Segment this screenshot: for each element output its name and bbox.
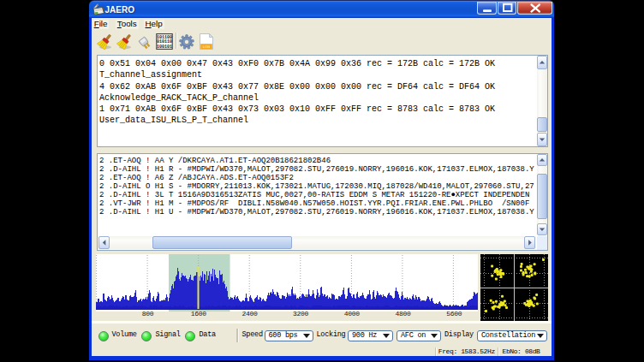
svg-text:100101: 100101	[157, 45, 172, 50]
svg-text:LOG: LOG	[202, 45, 209, 49]
